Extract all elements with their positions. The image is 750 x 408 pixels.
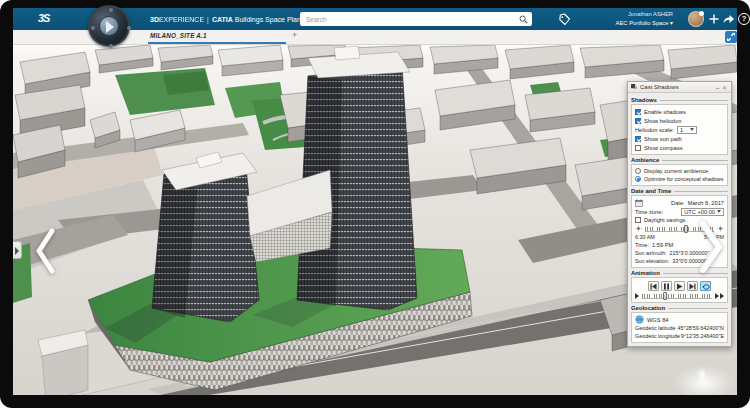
show-heliodon-checkbox[interactable] <box>635 118 641 124</box>
brand-divider: | <box>207 16 209 23</box>
next-view-arrow[interactable] <box>696 219 724 275</box>
share-icon[interactable] <box>722 13 735 25</box>
show-compass-checkbox[interactable] <box>635 145 641 151</box>
sun-elevation-label: Sun elevation: <box>635 258 669 264</box>
tag-icon[interactable] <box>558 13 571 26</box>
timezone-value: UTC +00:00 <box>684 209 715 215</box>
timezone-label: Time zone: <box>635 209 663 215</box>
display-current-ambience-label: Display current ambience <box>644 168 708 174</box>
animation-start-marker <box>635 293 639 299</box>
longitude-value: 9°12'35.246400"E <box>681 333 724 339</box>
app-brand: 3DEXPERIENCE | CATIA Buildings Space Pla… <box>150 8 314 30</box>
enable-shadows-checkbox[interactable] <box>635 109 641 115</box>
compass-west-notch <box>91 26 95 30</box>
timezone-select[interactable]: UTC +00:00 <box>681 208 724 216</box>
panel-header[interactable]: Cast Shadows – × <box>628 82 731 93</box>
tab-milano-site[interactable]: MILANO_SITE A.1 <box>150 32 207 39</box>
animation-slider[interactable] <box>642 293 712 299</box>
dassault-systemes-logo-icon: 3S <box>38 12 64 28</box>
globe-icon <box>635 315 644 324</box>
skip-to-start-button[interactable] <box>648 281 659 291</box>
latitude-label: Geodetic latitude <box>635 325 675 331</box>
workspace-name: AEC Portfolio Space <box>616 20 669 26</box>
help-icon[interactable]: ? <box>738 13 750 25</box>
show-compass-label: Show compass <box>644 145 683 151</box>
animation-slider-handle[interactable] <box>663 292 667 300</box>
fullscreen-icon[interactable] <box>725 31 737 43</box>
play-icon <box>106 21 114 33</box>
datum-label: WGS 84 <box>647 317 669 323</box>
play-button[interactable] <box>674 281 685 291</box>
brand-3d: 3D <box>150 16 159 23</box>
range-start-time: 6:30 AM <box>635 234 655 240</box>
ambience-group: Display current ambience Optimize for co… <box>631 164 728 186</box>
date-value[interactable]: March 8, 2017 <box>688 200 724 206</box>
avatar[interactable] <box>688 11 704 27</box>
app-window: 3S 3DEXPERIENCE | CATIA Buildings Space … <box>13 8 737 395</box>
chevron-down-icon <box>690 128 694 131</box>
daylight-savings-checkbox[interactable] <box>635 217 641 223</box>
time-value: 1:59 PM <box>652 242 673 248</box>
sunrise-icon[interactable] <box>635 225 642 232</box>
sun-light-flare <box>673 365 735 395</box>
show-heliodon-label: Show heliodon <box>644 118 681 124</box>
optimize-conceptual-shadows-radio[interactable] <box>635 176 641 182</box>
date-time-section-header: Date and Time <box>631 188 671 194</box>
sun-azimuth-label: Sun azimuth: <box>635 250 666 256</box>
compass-north-notch <box>109 8 113 12</box>
collapsed-panel-tab[interactable] <box>13 241 22 259</box>
brand-experience: EXPERIENCE <box>159 16 204 23</box>
title-bar: 3S 3DEXPERIENCE | CATIA Buildings Space … <box>13 8 737 30</box>
time-slider-handle[interactable] <box>684 225 688 233</box>
previous-view-arrow[interactable] <box>33 227 57 275</box>
shadows-group: Enable shadows Show heliodon Heliodon sc… <box>631 104 728 155</box>
animation-end-marker2 <box>720 293 724 299</box>
display-current-ambience-radio[interactable] <box>635 168 641 174</box>
geolocation-group: WGS 84 Geodetic latitude45°28'59.642400"… <box>631 312 728 343</box>
daylight-savings-label: Daylight savings <box>644 217 685 223</box>
screen-frame: 3S 3DEXPERIENCE | CATIA Buildings Space … <box>0 0 750 408</box>
animation-section-header: Animation <box>631 270 660 276</box>
date-label: Date: <box>671 200 685 206</box>
latitude-value: 45°28'59.642400"N <box>678 325 724 331</box>
compass-south-notch <box>109 44 113 48</box>
cast-shadows-icon <box>631 84 637 90</box>
chevron-down-icon <box>717 210 721 213</box>
animation-end-marker <box>715 293 719 299</box>
heliodon-scale-select[interactable]: 1 <box>677 126 697 134</box>
compass-east-notch <box>127 26 131 30</box>
status-dot <box>699 11 704 16</box>
optimize-conceptual-shadows-label: Optimize for conceptual shadows <box>644 176 723 182</box>
cast-shadows-panel: Cast Shadows – × Shadows Enable shadows … <box>627 81 732 347</box>
close-icon[interactable]: × <box>721 84 728 91</box>
shadows-section-header: Shadows <box>631 97 657 103</box>
panel-title: Cast Shadows <box>640 84 714 90</box>
heliodon-scale-label: Heliodon scale: <box>635 127 674 133</box>
new-tab-button[interactable]: + <box>292 30 297 40</box>
ambience-section-header: Ambience <box>631 157 659 163</box>
user-menu[interactable]: Jonathan ASHER AEC Portfolio Space ▾ <box>583 10 673 28</box>
pause-button[interactable] <box>661 281 672 291</box>
search-input[interactable] <box>304 15 519 24</box>
show-sun-path-label: Show sun path <box>644 136 682 142</box>
active-tab-underline <box>148 42 286 44</box>
3d-viewport[interactable]: Cast Shadows – × Shadows Enable shadows … <box>13 45 737 395</box>
add-icon[interactable] <box>708 13 720 25</box>
left-tower <box>152 152 259 322</box>
longitude-label: Geodetic longitude <box>635 333 680 339</box>
chevron-down-icon: ▾ <box>670 20 673 26</box>
brand-catia: CATIA <box>212 16 233 23</box>
enable-shadows-label: Enable shadows <box>644 109 686 115</box>
loop-button[interactable] <box>700 281 711 291</box>
foreground-white-slab <box>38 330 88 395</box>
heliodon-scale-value: 1 <box>680 127 683 133</box>
show-sun-path-checkbox[interactable] <box>635 136 641 142</box>
3dexperience-compass[interactable] <box>88 5 130 47</box>
search-icon[interactable] <box>519 15 528 24</box>
minimize-button[interactable]: – <box>714 84 721 91</box>
geolocation-section-header: Geolocation <box>631 305 665 311</box>
calendar-icon[interactable] <box>635 199 643 207</box>
skip-to-end-button[interactable] <box>687 281 698 291</box>
time-label: Time: <box>635 242 649 248</box>
search-box[interactable] <box>300 12 532 26</box>
